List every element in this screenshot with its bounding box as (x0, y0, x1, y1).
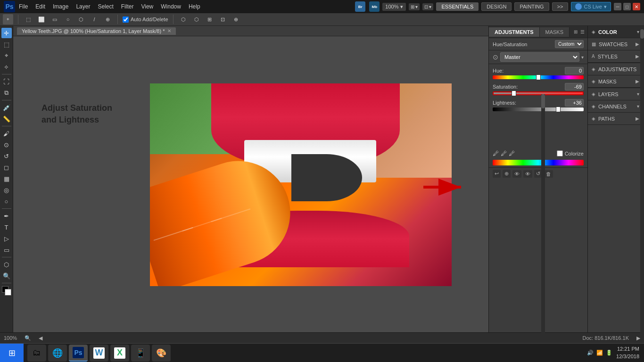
background-color[interactable] (5, 289, 11, 296)
cs-live-btn[interactable]: CS Live ▾ (571, 2, 611, 11)
menu-edit[interactable]: Edit (35, 3, 45, 10)
menu-image[interactable]: Image (53, 3, 68, 10)
close-button[interactable]: ✕ (633, 3, 640, 10)
light-thumb[interactable] (556, 107, 561, 112)
tool-extra3[interactable]: ⊞ (205, 14, 215, 25)
swatches-collapse[interactable]: ▶ (635, 41, 640, 47)
panel-btn-eye[interactable]: 👁 (512, 170, 521, 178)
tool-dodge[interactable]: ○ (1, 196, 12, 206)
tool-magic-wand[interactable]: ⟡ (1, 62, 12, 72)
eyedrop3-icon[interactable]: 🖉 (509, 150, 515, 157)
workspace-more[interactable]: >> (552, 2, 569, 11)
tab-masks[interactable]: MASKS (540, 27, 570, 37)
tool-pen[interactable]: ✒ (1, 211, 12, 221)
tab-adjustments[interactable]: ADJUSTMENTS (489, 27, 540, 37)
minimize-button[interactable]: ─ (614, 3, 621, 10)
tool-zoom[interactable]: 🔍 (1, 271, 12, 281)
hue-thumb[interactable] (536, 74, 541, 80)
tool-extra4[interactable]: ⊡ (218, 14, 228, 25)
tool-opt7[interactable]: ⊕ (102, 14, 113, 25)
tool-lasso[interactable]: ⌖ (1, 50, 12, 61)
panel-btn-delete[interactable]: 🗑 (544, 170, 553, 178)
styles-collapse[interactable]: ▶ (635, 54, 640, 59)
status-nav[interactable]: ◀ (39, 335, 42, 341)
canvas-tab-close[interactable]: ✕ (167, 28, 171, 33)
tool-opt5[interactable]: ⬡ (76, 14, 86, 25)
channel-expand[interactable]: ▾ (581, 55, 584, 60)
sat-value-input[interactable] (565, 83, 584, 90)
menu-help[interactable]: Help (189, 3, 200, 10)
channels-collapse[interactable]: ▾ (636, 104, 640, 109)
tool-marquee[interactable]: ⬚ (1, 39, 12, 49)
masks-side-panel[interactable]: ◈ MASKS ▶ (588, 75, 644, 88)
channel-select[interactable]: Master (500, 52, 579, 62)
tool-history-brush[interactable]: ↺ (1, 151, 12, 161)
tool-extra2[interactable]: ⬡ (191, 14, 202, 25)
tool-clone[interactable]: ⊙ (1, 140, 12, 150)
paths-collapse[interactable]: ▶ (635, 116, 640, 121)
tool-ruler[interactable]: 📏 (1, 114, 12, 124)
network-icon[interactable]: 🔊 (587, 350, 594, 356)
menu-filter[interactable]: Filter (121, 3, 134, 10)
tool-opt2[interactable]: ⬜ (36, 14, 47, 25)
auto-add-checkbox[interactable] (123, 16, 129, 23)
workspace-painting[interactable]: PAINTING (514, 2, 549, 11)
color-collapse[interactable]: ▾ (636, 29, 640, 34)
hue-track[interactable] (493, 75, 584, 79)
panel-btn-copy[interactable]: ⊕ (503, 170, 511, 178)
paths-panel[interactable]: ◈ PATHS ▶ (588, 113, 644, 125)
tool-gradient[interactable]: ▦ (1, 173, 12, 184)
tool-opt1[interactable]: ⬚ (23, 14, 33, 25)
light-track[interactable] (493, 107, 584, 111)
sat-thumb[interactable] (512, 90, 516, 96)
lasso-tool[interactable]: ⌖ (3, 14, 13, 25)
taskbar-word[interactable]: W (90, 345, 108, 362)
right-scroll-thumb[interactable] (640, 29, 644, 39)
tool-slice[interactable]: ⧉ (1, 88, 12, 98)
tool-crop[interactable]: ⛶ (1, 76, 12, 87)
channel-icon[interactable]: ⊙ (493, 53, 498, 61)
taskbar-photoshop[interactable]: Ps (69, 345, 88, 362)
tool-brush[interactable]: 🖌 (1, 128, 12, 139)
tool-opt3[interactable]: ▭ (50, 14, 60, 25)
panel-btn-back[interactable]: ↩ (493, 170, 501, 178)
masks-collapse[interactable]: ▶ (635, 79, 640, 84)
menu-file[interactable]: File (19, 3, 28, 10)
expand-icon[interactable]: ⊞ (573, 28, 578, 35)
tool-extra5[interactable]: ⊕ (231, 14, 241, 25)
taskbar-chrome[interactable]: 🌐 (48, 345, 67, 362)
volume-icon[interactable]: 📶 (596, 350, 603, 356)
adjustments-side-panel[interactable]: ◈ ADJUSTMENTS ▾ (588, 63, 644, 75)
sat-track[interactable] (493, 91, 584, 95)
preset-select[interactable]: Custom (555, 40, 584, 48)
light-value-input[interactable] (565, 99, 584, 107)
taskbar-excel[interactable]: X (110, 345, 129, 362)
taskbar-explorer[interactable]: 🗂 (27, 345, 46, 362)
canvas-tab-item[interactable]: Yellow Teeth.JPG @ 100% (Hue/Saturation … (17, 27, 176, 35)
status-zoom-icon[interactable]: 🔍 (25, 335, 31, 341)
menu-layer[interactable]: Layer (76, 3, 90, 10)
tool-blur[interactable]: ◎ (1, 185, 12, 195)
panel-btn-view[interactable]: 👁 (523, 170, 532, 178)
menu-window[interactable]: Window (161, 3, 181, 10)
workspace-design[interactable]: DESIGN (481, 2, 512, 11)
status-nav-right[interactable]: ▶ (636, 335, 640, 341)
bridge-icon[interactable]: Br (355, 1, 365, 12)
styles-panel[interactable]: A STYLES ▶ (588, 50, 644, 63)
battery-icon[interactable]: 🔋 (606, 350, 612, 356)
clock[interactable]: 12:21 PM 12/3/2018 (616, 346, 639, 360)
taskbar-app6[interactable]: 🎨 (152, 345, 171, 362)
tool-path-select[interactable]: ▷ (1, 233, 12, 244)
view-btn-1[interactable]: ⊞ (411, 4, 414, 9)
panel-menu-icon[interactable]: ☰ (579, 28, 586, 35)
tool-move[interactable]: ✛ (1, 28, 12, 38)
tool-extra1[interactable]: ⬡ (178, 14, 189, 25)
eyedrop2-icon[interactable]: 🖉 (501, 150, 507, 157)
workspace-essentials[interactable]: ESSENTIALS (436, 2, 479, 11)
maximize-button[interactable]: □ (623, 3, 631, 10)
tool-opt6[interactable]: / (89, 14, 99, 25)
taskbar-app5[interactable]: 📱 (131, 345, 150, 362)
foreground-background-colors[interactable] (2, 286, 11, 296)
menu-view[interactable]: View (141, 3, 153, 10)
channels-panel[interactable]: ◈ CHANNELS ▾ (588, 100, 644, 113)
